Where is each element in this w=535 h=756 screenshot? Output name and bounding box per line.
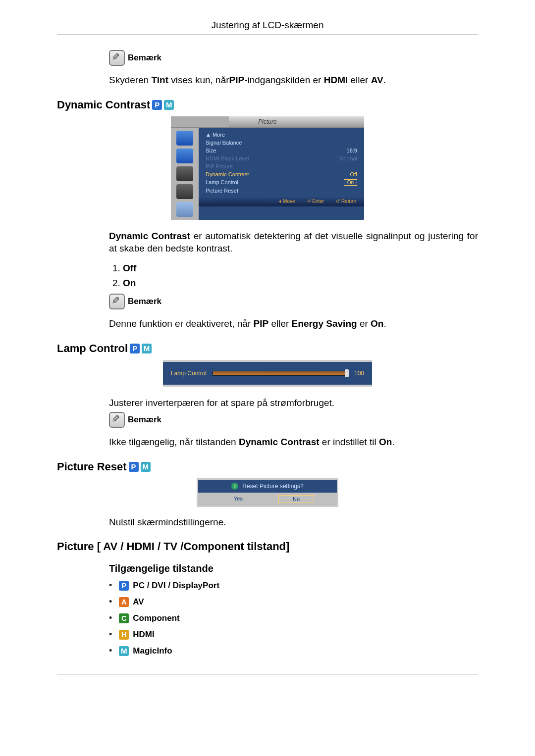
- available-modes-subheading: Tilgængelige tilstande: [109, 563, 478, 574]
- tint-note-text: Skyderen Tint vises kun, nårPIP-indgangs…: [109, 74, 478, 87]
- text-bold: On: [379, 437, 392, 447]
- osd-footer: ♦ Move ⏎ Enter ↺ Return: [199, 197, 364, 206]
- badge-m-icon: M: [164, 100, 174, 110]
- text-bold: PIP: [254, 318, 269, 329]
- note-label: Bemærk: [128, 53, 161, 63]
- osd-row: Lamp ControlOn: [206, 178, 357, 187]
- lamp-desc: Justerer inverterpæren for at spare på s…: [109, 397, 478, 409]
- text-bold: On: [371, 318, 383, 329]
- note-icon: [109, 50, 125, 66]
- list-item: On: [123, 278, 478, 289]
- osd-side-icon: [176, 202, 193, 217]
- osd-row: Dynamic ContrastOff: [206, 170, 357, 178]
- text-bold: Energy Saving: [292, 318, 357, 329]
- text-bold: Tint: [152, 75, 168, 85]
- osd-lamp-label: Lamp Control: [171, 370, 207, 377]
- osd-reset-prompt: i Reset Picture settings?: [198, 480, 337, 493]
- heading-text: Lamp Control: [57, 342, 128, 355]
- badge-p-icon: P: [130, 344, 140, 353]
- osd-side-icon: [176, 131, 193, 146]
- text: eller: [348, 75, 371, 85]
- text: vises kun, når: [168, 75, 229, 85]
- heading-text: Picture [ AV / HDMI / TV /Component tils…: [57, 540, 289, 553]
- text: er: [357, 318, 371, 329]
- info-icon: i: [231, 483, 238, 490]
- osd-reset-dialog: i Reset Picture settings? Yes No: [197, 478, 338, 507]
- picture-reset-heading: Picture Reset P M: [57, 460, 478, 473]
- text-bold: PIP: [229, 75, 245, 85]
- heading-text: Dynamic Contrast: [57, 99, 150, 111]
- slider-track: [213, 371, 348, 376]
- osd-picture-menu: Picture ▲ More Signal Balance Size16:9 H…: [171, 116, 364, 220]
- text: .: [383, 318, 386, 329]
- text: er indstillet til: [320, 437, 379, 447]
- list-item: Off: [123, 263, 478, 274]
- note-icon: [109, 294, 125, 309]
- heading-text: Picture Reset: [57, 460, 127, 473]
- osd-lamp-value: 100: [354, 370, 364, 377]
- list-item: CComponent: [109, 613, 478, 623]
- badge-h-icon: H: [119, 630, 129, 640]
- osd-row: Picture Reset: [206, 187, 357, 195]
- note-icon: [109, 412, 125, 428]
- text: Denne funktion er deaktiveret, når: [109, 318, 254, 329]
- osd-row: PIP Picture: [206, 162, 357, 170]
- dc-options-list: Off On: [109, 263, 478, 289]
- note-label: Bemærk: [128, 297, 161, 306]
- text: eller: [268, 318, 291, 329]
- list-item: MMagicInfo: [109, 646, 478, 656]
- osd-reset-yes: Yes: [221, 495, 256, 503]
- text-bold: Dynamic Contrast: [239, 437, 320, 447]
- text: .: [383, 75, 386, 85]
- badge-c-icon: C: [119, 613, 129, 623]
- osd-side-icon: [176, 149, 193, 163]
- text-bold: AV: [371, 75, 383, 85]
- lamp-unavail-note: Ikke tilgængelig, når tilstanden Dynamic…: [109, 436, 478, 449]
- osd-side-icon: [176, 166, 193, 181]
- list-item: AAV: [109, 597, 478, 607]
- footer-divider: [57, 674, 478, 674]
- badge-a-icon: A: [119, 597, 129, 607]
- dc-disabled-note: Denne funktion er deaktiveret, når PIP e…: [109, 317, 478, 330]
- text: .: [392, 437, 394, 447]
- text: -indgangskilden er: [244, 75, 324, 85]
- lamp-control-heading: Lamp Control P M: [57, 342, 478, 355]
- slider-handle: [345, 369, 349, 377]
- osd-title: Picture: [171, 116, 364, 128]
- badge-p-icon: P: [152, 100, 162, 110]
- badge-p-icon: P: [119, 581, 129, 591]
- list-item: HHDMI: [109, 629, 478, 640]
- page-header: Justering af LCD-skærmen: [57, 20, 478, 35]
- osd-row: ▲ More: [206, 131, 357, 139]
- text-bold: HDMI: [324, 75, 348, 85]
- text: Skyderen: [109, 75, 152, 85]
- osd-row: Signal Balance: [206, 139, 357, 147]
- osd-row: Size16:9: [206, 147, 357, 154]
- pr-desc: Nulstil skærmindstillingerne.: [109, 516, 478, 529]
- text-bold: Dynamic Contrast: [109, 231, 190, 241]
- picture-modes-heading: Picture [ AV / HDMI / TV /Component tils…: [57, 540, 478, 553]
- badge-m-icon: M: [119, 646, 129, 656]
- osd-side-icon: [176, 184, 193, 199]
- dc-desc: Dynamic Contrast er automatisk detekteri…: [109, 230, 478, 255]
- dynamic-contrast-heading: Dynamic Contrast P M: [57, 99, 478, 111]
- osd-side-icons: [171, 128, 199, 220]
- text: Ikke tilgængelig, når tilstanden: [109, 437, 239, 447]
- osd-reset-no: No: [278, 495, 314, 503]
- badge-m-icon: M: [142, 344, 152, 353]
- osd-row: HDMI Black Level: Normal: [206, 154, 357, 162]
- list-item: PPC / DVI / DisplayPort: [109, 580, 478, 591]
- osd-lamp-slider: Lamp Control 100: [163, 360, 372, 387]
- badge-m-icon: M: [141, 462, 151, 472]
- modes-list: PPC / DVI / DisplayPort AAV CComponent H…: [109, 580, 478, 656]
- note-label: Bemærk: [128, 415, 161, 425]
- badge-p-icon: P: [129, 462, 139, 472]
